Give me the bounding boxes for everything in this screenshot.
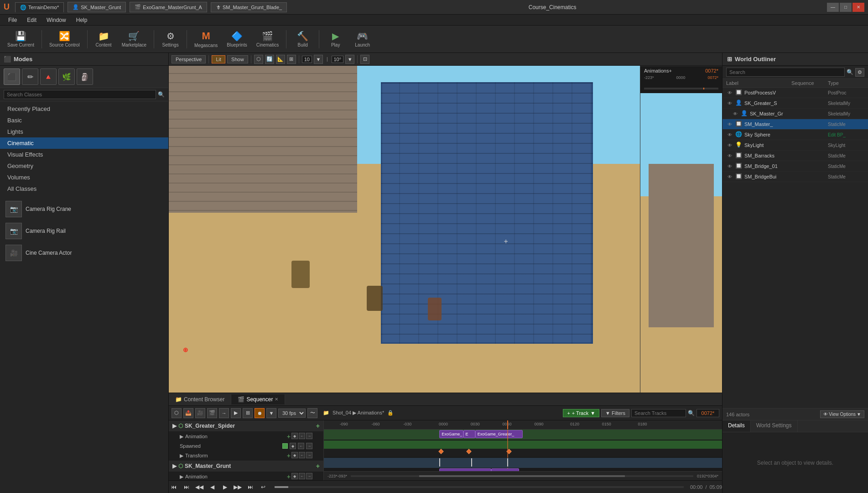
pb-step-back[interactable]: ◀ (207, 482, 217, 492)
lit-button[interactable]: Lit (212, 55, 225, 63)
tab-terraindemo[interactable]: 🌐 TerrainDemo* (15, 2, 64, 12)
tr-key-btn-2[interactable]: ← (299, 452, 305, 458)
mode-landscape[interactable]: 🔺 (40, 68, 57, 85)
view-options-button[interactable]: 👁 View Options ▼ (820, 410, 864, 418)
pb-to-start[interactable]: ⏮ (169, 482, 179, 492)
main-viewport[interactable]: + ⊕ (169, 66, 640, 393)
pb-to-end-rev[interactable]: ⏭ (182, 482, 192, 492)
perspective-button[interactable]: Perspective (172, 55, 206, 63)
show-button[interactable]: Show (227, 55, 248, 63)
class-cinematic[interactable]: Cinematic (0, 137, 168, 149)
add-anim-button[interactable]: + (287, 433, 291, 440)
settings-button[interactable]: ⚙ Settings (158, 27, 183, 51)
outliner-sm-master[interactable]: 👁 🔲 SM_Master_ StaticMe (722, 119, 868, 130)
marketplace-button[interactable]: 🛒 Marketplace (118, 27, 150, 51)
placed-camera-rig-crane[interactable]: 📷 Camera Rig Crane (0, 198, 168, 220)
viewport-tool-3[interactable]: 📐 (276, 55, 285, 64)
tab-exogame[interactable]: 🎬 ExoGame_MasterGrunt_A (130, 2, 207, 12)
outliner-bridge-01[interactable]: 👁 🔲 SM_Bridge_01 StaticMe (722, 161, 868, 172)
sp-key-btn-1[interactable]: ◆ (290, 443, 296, 449)
mode-geometry[interactable]: 🗿 (77, 68, 93, 85)
play-button[interactable]: ▶ Play (323, 27, 348, 51)
viewport-maximize[interactable]: ⊡ (360, 55, 369, 64)
spawned-checkbox[interactable] (282, 443, 288, 449)
tab-content-browser[interactable]: 📁 Content Browser (169, 394, 231, 404)
pb-loop[interactable]: ↩ (258, 482, 268, 492)
mode-paint[interactable]: ✏ (22, 68, 38, 85)
tl-tool-5[interactable]: → (219, 408, 229, 418)
pb-play[interactable]: ▶ (220, 482, 230, 492)
menu-window[interactable]: Window (42, 16, 71, 24)
anim2-key-btn-1[interactable]: ◆ (291, 473, 298, 479)
timeline-scroll[interactable] (351, 475, 693, 477)
tl-tool-4[interactable]: 🎬 (207, 408, 217, 418)
menu-edit[interactable]: Edit (22, 16, 41, 24)
tab-details[interactable]: Details (722, 420, 751, 432)
search-tracks-input[interactable] (631, 409, 686, 417)
outliner-skylight[interactable]: 👁 💡 SkyLight SkyLight (722, 140, 868, 151)
anim2-key-btn-2[interactable]: ← (299, 473, 305, 479)
pb-frame-fwd[interactable]: ⏭ (245, 482, 255, 492)
anim-key-btn-1[interactable]: ◆ (291, 433, 298, 439)
time-track[interactable] (275, 486, 684, 488)
track-spawned-1[interactable]: Spawned ◆ ← → (169, 441, 323, 451)
source-control-button[interactable]: 🔀 Source Control (46, 27, 83, 51)
tr-key-btn-1[interactable]: ◆ (291, 452, 298, 458)
pb-step-fwd[interactable]: ▶▶ (233, 482, 243, 492)
tl-tool-3[interactable]: 🎥 (195, 408, 205, 418)
grid-dropdown[interactable]: ▼ (314, 55, 323, 64)
launch-button[interactable]: 🎮 Launch (350, 27, 375, 51)
add-track-button[interactable]: + + Track ▼ (563, 409, 599, 417)
content-button[interactable]: 📁 Content (91, 27, 116, 51)
sp-key-btn-3[interactable]: → (306, 443, 312, 449)
tab-world-settings[interactable]: World Settings (751, 420, 798, 432)
tl-tool-wave[interactable]: 〜 (307, 408, 317, 418)
viewport-tool-2[interactable]: 🔄 (265, 55, 274, 64)
tab-sequencer[interactable]: 🎬 Sequencer ✕ (231, 394, 285, 404)
cinematics-button[interactable]: 🎬 Cinematics (253, 27, 282, 51)
class-basic[interactable]: Basic (0, 115, 168, 126)
mode-foliage[interactable]: 🌿 (58, 68, 75, 85)
anim2-key-btn-3[interactable]: → (306, 473, 312, 479)
maximize-button[interactable]: □ (840, 3, 852, 12)
tl-tool-2[interactable]: 📤 (183, 408, 193, 418)
outliner-settings-button[interactable]: ⚙ (855, 68, 864, 77)
megascans-button[interactable]: M Megascans (191, 27, 221, 51)
outliner-sk-master-gr[interactable]: 👁 👤 SK_Master_Gr SkeletalMy (722, 109, 868, 119)
viewport-tool-1[interactable]: ⬡ (254, 55, 263, 64)
placed-cine-camera-actor[interactable]: 🎥 Cine Camera Actor (0, 242, 168, 264)
pb-frame-back[interactable]: ◀◀ (194, 482, 204, 492)
tl-tool-6[interactable]: ▶ (231, 408, 241, 418)
angle-dropdown[interactable]: ▼ (345, 55, 354, 64)
anim-block-2[interactable]: E (463, 430, 475, 438)
class-lights[interactable]: Lights (0, 126, 168, 137)
viewport-tool-4[interactable]: ⊞ (287, 55, 296, 64)
sp-key-btn-2[interactable]: ← (298, 443, 304, 449)
anim-block-1[interactable]: ExoGame_ (439, 430, 463, 438)
class-visual-effects[interactable]: Visual Effects (0, 149, 168, 160)
add-track-2-button[interactable]: + (316, 462, 320, 470)
add-track-1-button[interactable]: + (316, 422, 320, 430)
class-geometry[interactable]: Geometry (0, 160, 168, 172)
outliner-sky-sphere[interactable]: 👁 🌐 Sky Sphere Edit BP_ (722, 130, 868, 140)
add-transform-button[interactable]: + (287, 452, 291, 459)
sequencer-close[interactable]: ✕ (275, 397, 278, 402)
outliner-postprocess[interactable]: 👁 🔲 PostProcessV PostProc (722, 88, 868, 98)
track-timeline[interactable]: -090 -060 -030 0000 0030 0060 0090 0120 … (324, 420, 722, 480)
tab-sm-blade[interactable]: 🗡 SM_Master_Grunt_Blade_ (211, 2, 287, 12)
minimize-button[interactable]: — (827, 3, 839, 12)
tl-tool-9[interactable]: ▼ (266, 408, 276, 418)
placed-camera-rig-rail[interactable]: 📷 Camera Rig Rail (0, 220, 168, 242)
tr-key-btn-3[interactable]: → (306, 452, 312, 458)
anim-key-btn-2[interactable]: ← (299, 433, 305, 439)
tl-tool-1[interactable]: ⬡ (172, 408, 182, 418)
track-sk-greater-spider[interactable]: ▶ ⬡ SK_Greater_Spider + (169, 420, 323, 431)
menu-help[interactable]: Help (72, 16, 92, 24)
anim-block-3[interactable]: ExoGame_Greater_ (475, 430, 523, 438)
blueprints-button[interactable]: 🔷 Blueprints (223, 27, 250, 51)
mode-select[interactable]: ⬛ (4, 68, 20, 85)
add-anim-button-2[interactable]: + (287, 473, 291, 480)
fps-selector[interactable]: 30 fps 24 fps 60 fps (278, 409, 306, 418)
anim-scrubber[interactable] (644, 88, 718, 89)
class-volumes[interactable]: Volumes (0, 172, 168, 183)
